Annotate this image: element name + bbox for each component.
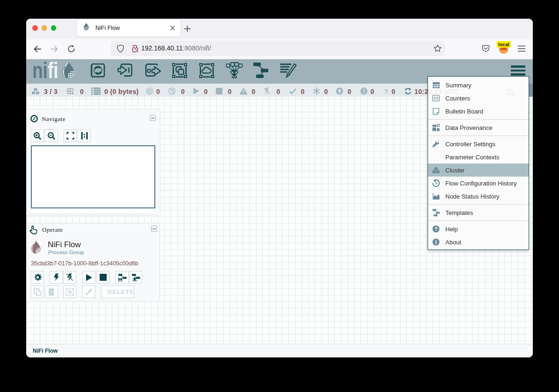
svg-text:?: ?: [435, 226, 437, 232]
svg-text:23: 23: [434, 96, 438, 100]
